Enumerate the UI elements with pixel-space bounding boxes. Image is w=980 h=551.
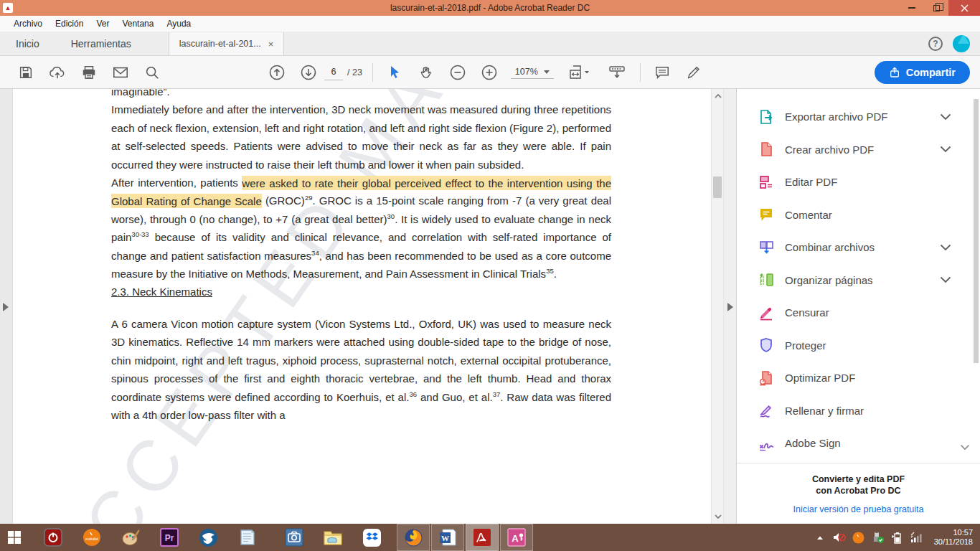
tool-comment[interactable]: Comentar: [737, 199, 980, 232]
menu-bar: Archivo Edición Ver Ventana Ayuda: [0, 16, 980, 32]
select-tool-button[interactable]: [385, 63, 404, 82]
tab-close-icon[interactable]: ×: [268, 39, 274, 50]
restore-button[interactable]: [924, 0, 948, 16]
upload-cloud-button[interactable]: [48, 63, 67, 82]
share-icon: [889, 67, 900, 78]
battery-icon[interactable]: [891, 531, 904, 544]
scrollbar-thumb[interactable]: [713, 176, 722, 198]
chevron-down-icon[interactable]: [940, 244, 951, 251]
page-number-input[interactable]: [324, 65, 343, 80]
taskbar-screenshot-app[interactable]: [280, 524, 308, 551]
tab-herramientas[interactable]: Herramientas: [55, 32, 147, 55]
help-icon[interactable]: ?: [928, 37, 943, 51]
minimize-icon: [908, 7, 915, 9]
next-page-button[interactable]: [299, 63, 318, 82]
start-free-trial-link[interactable]: Iniciar versión de prueba gratuita: [793, 504, 923, 514]
taskbar-dropbox-app[interactable]: [357, 524, 386, 551]
close-button[interactable]: [948, 0, 980, 16]
cursor-icon: [387, 65, 402, 80]
open-tools-panel-handle[interactable]: [727, 303, 733, 311]
previous-page-button[interactable]: [268, 63, 286, 82]
tab-inicio[interactable]: Inicio: [0, 32, 55, 55]
acrobat-window: ▲ lascurain-et-al-2018.pdf - Adobe Acrob…: [0, 0, 980, 551]
tool-adobe-sign[interactable]: Adobe Sign: [737, 427, 980, 460]
tool-combine-files[interactable]: Combinar archivos: [737, 231, 980, 264]
network-signal-icon[interactable]: [910, 531, 923, 544]
email-button[interactable]: [111, 63, 130, 82]
svg-text:W: W: [441, 534, 449, 542]
notepad-icon: [238, 528, 256, 547]
hidden-icons-button[interactable]: [814, 531, 826, 544]
share-button[interactable]: Compartir: [875, 61, 970, 84]
taskbar-firefox-app[interactable]: [397, 524, 430, 551]
print-button[interactable]: [80, 63, 98, 82]
word-icon: W: [438, 528, 457, 547]
volume-muted-icon[interactable]: [833, 531, 846, 544]
acrobat-pro-promo: Convierte y edita PDF con Acrobat Pro DC…: [737, 474, 980, 515]
pencil-sign-button[interactable]: [684, 63, 703, 82]
chevron-down-icon[interactable]: [940, 276, 951, 283]
tool-label: Optimizar PDF: [785, 372, 855, 384]
clock-date: 30/11/2018: [934, 537, 973, 547]
tool-export-pdf[interactable]: Exportar archivo PDF: [737, 100, 980, 133]
scroll-up-icon[interactable]: [712, 90, 724, 102]
tool-edit-pdf[interactable]: Editar PDF: [737, 166, 980, 199]
taskbar-power-app[interactable]: [39, 524, 67, 551]
taskbar-paint-app[interactable]: [116, 524, 145, 551]
tool-protect[interactable]: Proteger: [737, 329, 980, 362]
taskbar-acrobat-app[interactable]: [466, 524, 499, 551]
taskbar-premiere-app[interactable]: Pr: [155, 524, 184, 551]
taskbar-word-app[interactable]: W: [431, 524, 464, 551]
tray-euskaltel-icon[interactable]: [852, 531, 865, 544]
search-button[interactable]: [143, 63, 161, 82]
taskbar-file-explorer[interactable]: [319, 524, 347, 551]
hand-tool-button[interactable]: [417, 63, 435, 82]
zoom-level-dropdown[interactable]: 107%: [511, 65, 554, 79]
chevron-down-icon[interactable]: [940, 113, 951, 121]
save-button[interactable]: [17, 63, 35, 82]
tool-optimize-pdf[interactable]: Optimizar PDF: [737, 362, 980, 395]
tab-document[interactable]: lascurain-et-al-201... ×: [169, 32, 285, 55]
tool-label: Comentar: [785, 209, 832, 221]
chevron-down-icon[interactable]: [940, 146, 951, 153]
sidebar-scroll-down-icon[interactable]: [960, 444, 970, 451]
tab-document-label: lascurain-et-al-201...: [179, 39, 261, 49]
sidebar-scrollbar-thumb[interactable]: [974, 99, 979, 363]
scrolling-mode-icon: [608, 64, 626, 81]
zoom-in-button[interactable]: [480, 63, 499, 82]
usb-device-icon[interactable]: [872, 531, 885, 544]
menu-ventana[interactable]: Ventana: [116, 17, 160, 31]
scrolling-mode-button[interactable]: [606, 63, 628, 82]
scroll-down-icon[interactable]: [712, 511, 724, 522]
comment-tool-button[interactable]: [653, 63, 672, 82]
menu-ver[interactable]: Ver: [90, 17, 116, 31]
pencil-icon: [686, 65, 702, 80]
menu-archivo[interactable]: Archivo: [7, 17, 49, 31]
folder-icon: [323, 529, 343, 546]
taskbar-euskaltel-app[interactable]: euskaltel: [77, 524, 106, 551]
taskbar-notepad-app[interactable]: [232, 524, 261, 551]
tool-label: Exportar archivo PDF: [785, 110, 887, 123]
premiere-icon: Pr: [160, 528, 179, 547]
start-button[interactable]: [0, 524, 29, 551]
taskbar-thunderbird-app[interactable]: [194, 524, 222, 551]
tool-label: Editar PDF: [785, 176, 837, 188]
taskbar-clock[interactable]: 10:57 30/11/2018: [930, 528, 973, 547]
open-left-panel-handle[interactable]: [3, 303, 9, 311]
fit-width-dropdown[interactable]: [566, 63, 593, 82]
upload-cloud-icon: [49, 65, 66, 80]
document-scrollbar[interactable]: [711, 89, 723, 524]
paint-palette-icon: [121, 528, 141, 547]
tool-redact[interactable]: Censurar: [737, 296, 980, 329]
tool-create-pdf[interactable]: Crear archivo PDF: [737, 133, 980, 166]
menu-edicion[interactable]: Edición: [49, 17, 90, 31]
avatar[interactable]: [953, 35, 970, 52]
zoom-out-button[interactable]: [448, 63, 467, 82]
taskbar-access-app[interactable]: A: [500, 524, 533, 551]
tool-fill-sign[interactable]: Rellenar y firmar: [737, 395, 980, 428]
right-panel-strip: [723, 89, 736, 524]
menu-ayuda[interactable]: Ayuda: [160, 17, 197, 31]
minimize-button[interactable]: [900, 0, 924, 16]
page-down-icon: [300, 64, 317, 81]
tool-organize-pages[interactable]: Organizar páginas: [737, 264, 980, 297]
